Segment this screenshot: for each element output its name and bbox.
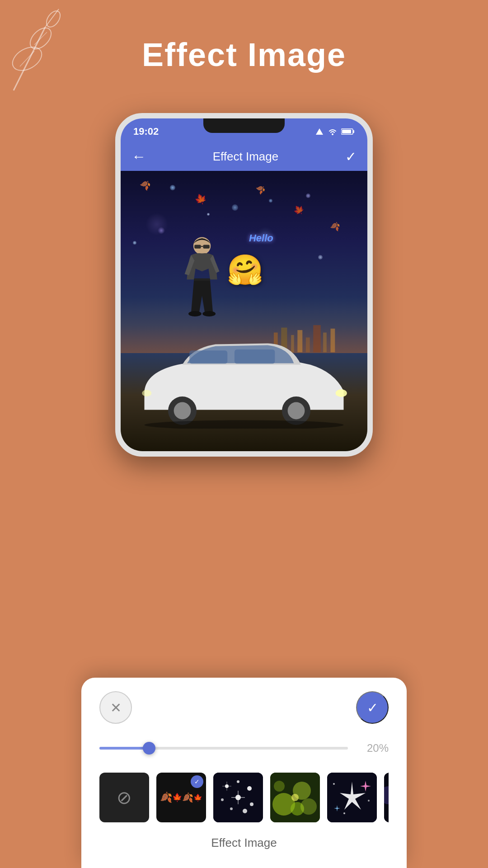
status-icons [315, 127, 355, 136]
battery-icon [341, 128, 355, 135]
svg-point-53 [291, 794, 299, 801]
svg-point-43 [243, 809, 247, 813]
nav-bar: ← Effect Image ✓ [121, 142, 367, 171]
photo-container: Hello 🤗 🍂 🍁 🍂 🍁 🍂 [121, 171, 367, 451]
svg-point-8 [332, 133, 333, 135]
confirm-button[interactable]: ✓ [345, 149, 357, 165]
svg-rect-10 [353, 130, 354, 133]
svg-point-52 [300, 798, 317, 815]
svg-point-42 [230, 807, 233, 810]
status-time: 19:02 [133, 126, 159, 137]
panel-top-row: ✕ ✓ [99, 691, 389, 724]
svg-point-54 [333, 783, 335, 785]
svg-point-6 [44, 9, 63, 30]
image-area: Hello 🤗 🍂 🍁 🍂 🍁 🍂 [121, 171, 367, 451]
svg-point-26 [336, 389, 347, 397]
svg-point-25 [288, 402, 305, 420]
svg-point-39 [221, 798, 224, 801]
selected-badge: ✓ [191, 775, 203, 788]
svg-point-51 [274, 781, 285, 792]
svg-point-35 [202, 311, 216, 316]
confirm-button[interactable]: ✓ [356, 691, 389, 724]
svg-point-55 [368, 800, 370, 802]
panel-label: Effect Image [99, 836, 389, 850]
phone-mockup: 19:02 ← Effect Image ✓ [115, 113, 373, 457]
svg-point-57 [384, 786, 389, 804]
svg-point-27 [142, 390, 151, 396]
slider-thumb[interactable] [143, 742, 155, 755]
emoji-sticker[interactable]: 🤗 [227, 255, 263, 284]
slider-row: 20% [99, 742, 389, 755]
svg-point-56 [343, 812, 345, 814]
effect-bokeh[interactable] [270, 773, 320, 822]
effect-stars[interactable] [213, 773, 263, 822]
back-button[interactable]: ← [131, 148, 146, 165]
effect-none[interactable]: ⊘ [99, 773, 149, 822]
svg-rect-30 [194, 245, 201, 248]
svg-rect-21 [235, 349, 275, 364]
close-button[interactable]: ✕ [99, 691, 132, 724]
svg-point-41 [250, 802, 253, 806]
phone-notch [203, 118, 285, 133]
signal-icon [315, 127, 324, 136]
svg-point-38 [247, 786, 252, 791]
effect-partial[interactable] [384, 773, 389, 822]
nav-title: Effect Image [213, 150, 279, 164]
svg-marker-7 [316, 128, 323, 135]
svg-rect-20 [189, 350, 227, 363]
effect-sparkle[interactable] [327, 773, 377, 822]
svg-point-23 [174, 402, 191, 420]
wifi-icon [328, 127, 338, 136]
effect-leaves[interactable]: 🍂 🍁 🍂 🍁 ✓ [156, 773, 206, 822]
svg-rect-11 [342, 130, 351, 133]
slider-track[interactable] [99, 747, 348, 750]
slider-fill [99, 747, 149, 750]
svg-point-34 [188, 311, 202, 316]
bottom-panel: ✕ ✓ 20% ⊘ 🍂 🍁 🍂 🍁 ✓ [81, 678, 407, 868]
app-title: Effect Image [0, 36, 488, 73]
hello-text: Hello [249, 232, 273, 244]
effects-row: ⊘ 🍂 🍁 🍂 🍁 ✓ [99, 773, 389, 822]
svg-rect-31 [203, 245, 210, 248]
slider-value: 20% [357, 742, 389, 755]
svg-point-37 [237, 780, 239, 783]
